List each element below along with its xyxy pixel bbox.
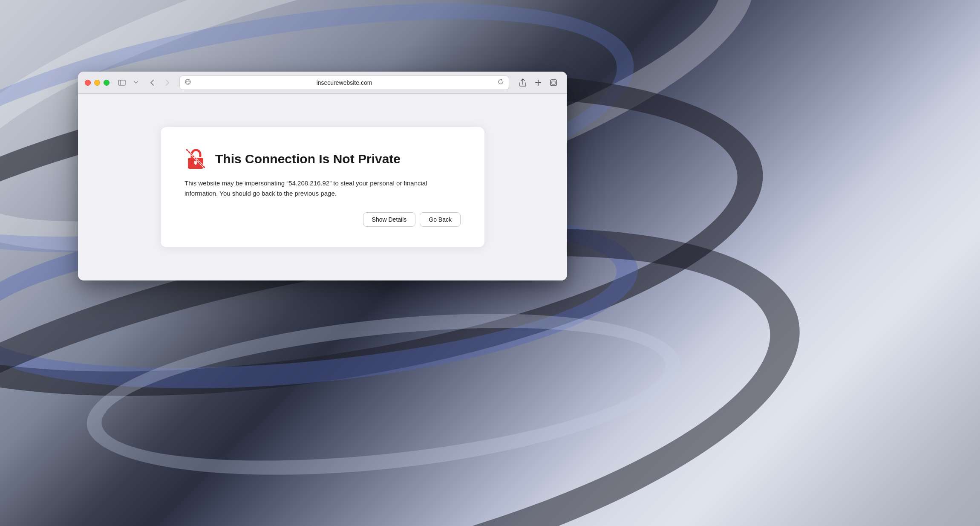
sidebar-toggle-button[interactable]: [116, 78, 127, 87]
svg-rect-8: [552, 81, 555, 84]
svg-rect-0: [118, 80, 125, 85]
error-actions: Show Details Go Back: [184, 212, 461, 227]
maximize-button[interactable]: [104, 80, 110, 86]
error-header: This Connection Is Not Private: [184, 147, 461, 170]
go-back-button[interactable]: Go Back: [420, 212, 461, 227]
new-tab-button[interactable]: [531, 76, 545, 90]
url-text: insecurewebsite.com: [194, 79, 494, 86]
close-button[interactable]: [85, 80, 91, 86]
back-button[interactable]: [145, 76, 159, 90]
svg-rect-13: [195, 162, 196, 165]
show-details-button[interactable]: Show Details: [363, 212, 416, 227]
toolbar-right: [516, 76, 560, 90]
error-title: This Connection Is Not Private: [215, 152, 401, 166]
page-content: This Connection Is Not Private This webs…: [78, 94, 567, 280]
reload-button[interactable]: [498, 79, 504, 86]
globe-icon: [185, 79, 191, 86]
forward-button[interactable]: [161, 76, 174, 90]
title-bar: insecurewebsite.com: [78, 72, 567, 94]
svg-rect-7: [551, 80, 556, 86]
chevron-down-icon[interactable]: [132, 78, 140, 87]
share-button[interactable]: [516, 76, 530, 90]
browser-window: insecurewebsite.com: [78, 72, 567, 280]
show-tabs-button[interactable]: [547, 76, 560, 90]
error-card: This Connection Is Not Private This webs…: [161, 127, 484, 247]
error-description: This website may be impersonating “54.20…: [184, 178, 461, 199]
nav-buttons: [145, 76, 174, 90]
broken-lock-icon: [184, 147, 207, 170]
traffic-lights: [85, 80, 110, 86]
address-bar[interactable]: insecurewebsite.com: [179, 75, 509, 90]
minimize-button[interactable]: [94, 80, 100, 86]
